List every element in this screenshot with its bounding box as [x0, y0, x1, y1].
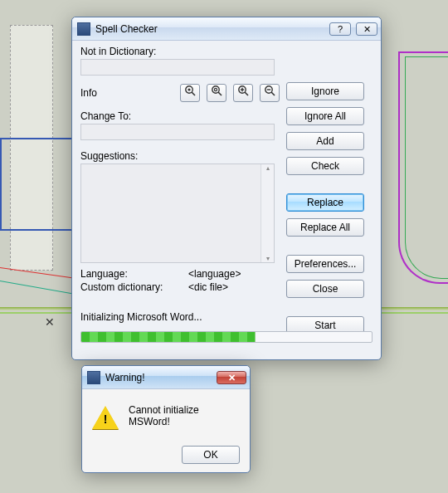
info-zoom-a-icon[interactable]: [180, 84, 200, 102]
label-language: Language:: [80, 268, 188, 280]
change-to-input[interactable]: [80, 124, 275, 140]
help-button[interactable]: ?: [329, 22, 351, 36]
zoom-in-icon[interactable]: [233, 84, 253, 102]
ok-button[interactable]: OK: [182, 446, 240, 464]
close-button[interactable]: ✕: [217, 371, 246, 384]
svg-point-3: [212, 86, 219, 93]
zoom-out-icon[interactable]: [260, 84, 280, 102]
ignore-button[interactable]: Ignore: [286, 82, 364, 100]
window-title: Spell Checker: [95, 23, 324, 35]
warning-message: Cannot initialize MSWord!: [129, 401, 240, 429]
info-zoom-b-icon[interactable]: [207, 84, 226, 102]
titlebar[interactable]: Warning! ✕: [82, 366, 250, 389]
suggestions-listbox[interactable]: ▴▾: [80, 164, 275, 263]
close-button[interactable]: ✕: [356, 22, 377, 36]
svg-point-2: [187, 88, 190, 90]
ignore-all-button[interactable]: Ignore All: [286, 107, 364, 125]
titlebar[interactable]: Spell Checker ? ✕: [72, 17, 381, 41]
svg-line-7: [245, 92, 248, 95]
label-change-to: Change To:: [80, 110, 280, 122]
warning-dialog: Warning! ✕ Cannot initialize MSWord! OK: [81, 365, 251, 473]
not-in-dictionary-field: [80, 59, 275, 76]
label-not-in-dictionary: Not in Dictionary:: [80, 46, 280, 57]
label-suggestions: Suggestions:: [80, 150, 280, 162]
label-info: Info: [80, 87, 173, 99]
warning-icon: [92, 406, 119, 429]
replace-all-button[interactable]: Replace All: [286, 218, 364, 237]
svg-line-1: [192, 92, 195, 95]
svg-point-5: [214, 88, 217, 90]
check-button[interactable]: Check: [286, 157, 364, 175]
add-button[interactable]: Add: [286, 132, 364, 150]
app-icon: [77, 22, 90, 36]
svg-line-4: [218, 92, 222, 95]
scrollbar[interactable]: ▴▾: [261, 164, 274, 262]
close-dialog-button[interactable]: Close: [286, 280, 364, 298]
spell-checker-dialog: Spell Checker ? ✕ Not in Dictionary: Inf…: [71, 17, 382, 360]
value-custom-dictionary: <dic file>: [188, 281, 275, 293]
svg-line-11: [271, 92, 275, 95]
replace-button[interactable]: Replace: [286, 193, 364, 212]
app-icon: [87, 371, 100, 384]
window-title: Warning!: [105, 372, 212, 383]
preferences-button[interactable]: Preferences...: [286, 255, 364, 273]
progress-bar: [80, 331, 373, 343]
label-custom-dictionary: Custom dictionary:: [80, 281, 188, 293]
value-language: <language>: [188, 268, 275, 280]
